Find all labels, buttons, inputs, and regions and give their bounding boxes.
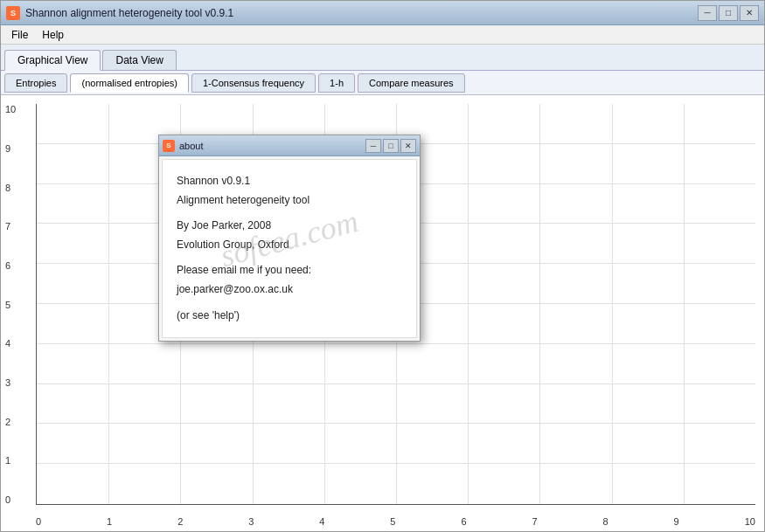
menu-file[interactable]: File	[4, 27, 35, 43]
close-button[interactable]: ✕	[740, 5, 759, 21]
dialog-line-7: Please email me if you need:	[177, 261, 402, 280]
dialog-minimize-button[interactable]: ─	[365, 139, 381, 153]
x-label-0: 0	[36, 516, 41, 527]
x-label-4: 4	[319, 516, 324, 527]
x-label-8: 8	[603, 516, 609, 527]
dialog-title-left: S about	[163, 140, 204, 152]
grid-v-8	[612, 104, 613, 504]
x-label-1: 1	[107, 516, 112, 527]
minimize-button[interactable]: ─	[698, 5, 717, 21]
tab-graphical-view[interactable]: Graphical View	[4, 50, 101, 71]
dialog-line-5: Evolution Group, Oxford	[177, 236, 402, 255]
subtab-entropies[interactable]: Entropies	[4, 73, 67, 93]
grid-v-6	[468, 104, 469, 504]
dialog-line-6	[177, 254, 402, 261]
y-label-8: 8	[5, 183, 16, 193]
grid-v-1	[108, 104, 109, 504]
dialog-line-8: joe.parker@zoo.ox.ac.uk	[177, 280, 402, 300]
x-label-2: 2	[177, 516, 183, 527]
dialog-line-9	[177, 300, 402, 307]
grid-v-9	[684, 104, 685, 504]
app-icon: S	[6, 6, 20, 20]
dialog-maximize-button[interactable]: □	[383, 139, 399, 153]
x-label-5: 5	[390, 516, 395, 527]
subtab-compare[interactable]: Compare measures	[358, 73, 465, 93]
y-label-1: 1	[5, 455, 16, 466]
grid-v-7	[539, 104, 540, 504]
y-label-5: 5	[5, 300, 16, 310]
x-axis-labels: 0 1 2 3 4 5 6 7 8 9 10	[36, 516, 755, 527]
y-label-0: 0	[5, 494, 16, 505]
title-bar-left: S Shannon alignment heterogeneity tool v…	[6, 6, 233, 20]
dialog-title-buttons: ─ □ ✕	[365, 139, 416, 153]
subtab-1h[interactable]: 1-h	[318, 73, 355, 93]
y-label-2: 2	[5, 417, 16, 427]
y-label-6: 6	[5, 260, 16, 271]
dialog-line-3	[177, 210, 402, 217]
dialog-line-1: Shannon v0.9.1	[177, 172, 402, 191]
window-title: Shannon alignment heterogeneity tool v0.…	[25, 7, 233, 19]
about-dialog[interactable]: S about ─ □ ✕ Shannon v0.9.1 Alignment h…	[158, 135, 421, 342]
dialog-content: Shannon v0.9.1 Alignment heterogeneity t…	[162, 159, 417, 338]
x-label-9: 9	[674, 516, 679, 527]
dialog-close-button[interactable]: ✕	[400, 139, 416, 153]
title-bar: S Shannon alignment heterogeneity tool v…	[1, 1, 764, 25]
dialog-line-2: Alignment heterogeneity tool	[177, 191, 402, 211]
y-axis-labels: 0 1 2 3 4 5 6 7 8 9 10	[5, 104, 16, 505]
y-label-9: 9	[5, 143, 16, 154]
subtab-consensus[interactable]: 1-Consensus frequency	[191, 73, 316, 93]
maximize-button[interactable]: □	[719, 5, 738, 21]
title-bar-buttons: ─ □ ✕	[698, 5, 759, 21]
x-label-10: 10	[745, 516, 755, 527]
menu-help[interactable]: Help	[35, 27, 71, 43]
x-label-6: 6	[461, 516, 466, 527]
x-label-3: 3	[248, 516, 254, 527]
y-label-3: 3	[5, 377, 16, 388]
y-label-10: 10	[5, 104, 16, 114]
chart-area: 0 1 2 3 4 5 6 7 8 9 10	[1, 95, 764, 531]
subtab-normalised[interactable]: (normalised entropies)	[70, 73, 188, 93]
dialog-line-4: By Joe Parker, 2008	[177, 217, 402, 236]
dialog-title-bar: S about ─ □ ✕	[159, 135, 420, 156]
y-label-4: 4	[5, 338, 16, 349]
menu-bar: File Help	[1, 25, 764, 45]
view-tabs: Graphical View Data View	[1, 45, 764, 71]
y-label-7: 7	[5, 221, 16, 231]
dialog-app-icon: S	[163, 140, 175, 152]
dialog-line-10: (or see 'help')	[177, 307, 402, 326]
dialog-title-text: about	[179, 141, 204, 151]
x-label-7: 7	[532, 516, 537, 527]
main-window: S Shannon alignment heterogeneity tool v…	[0, 0, 765, 532]
sub-tabs: Entropies (normalised entropies) 1-Conse…	[1, 71, 764, 95]
tab-data-view[interactable]: Data View	[102, 50, 176, 70]
